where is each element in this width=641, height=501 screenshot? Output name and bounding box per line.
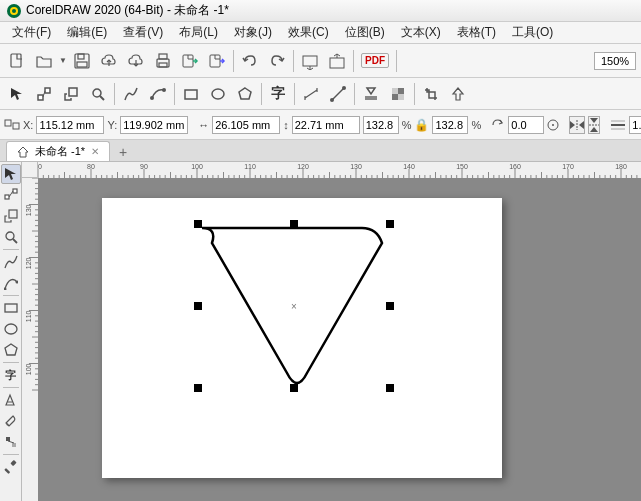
svg-line-22 (100, 96, 104, 100)
select-tool-btn[interactable] (4, 81, 30, 107)
arrange-down-button[interactable] (297, 48, 323, 74)
export-file-button[interactable] (204, 48, 230, 74)
transform-toolbox-btn[interactable] (1, 206, 21, 226)
hammer-toolbox-btn[interactable] (1, 457, 21, 477)
svg-rect-11 (159, 63, 167, 67)
active-tab[interactable]: 未命名 -1* ✕ (6, 141, 110, 161)
main-toolbar: ▼ PDF (0, 44, 641, 78)
sel-handle-tl[interactable] (194, 220, 202, 228)
new-button[interactable] (4, 48, 30, 74)
menu-table[interactable]: 表格(T) (449, 22, 504, 43)
outline-width-input[interactable] (629, 116, 641, 134)
open-button[interactable] (31, 48, 57, 74)
ruler-top (38, 162, 641, 178)
scale-h-input[interactable] (432, 116, 468, 134)
svg-rect-57 (9, 210, 17, 218)
sel-handle-bl[interactable] (194, 384, 202, 392)
ellipse-toolbox-btn[interactable] (1, 319, 21, 339)
transform-tool-btn[interactable] (58, 81, 84, 107)
connector-tool-btn[interactable] (325, 81, 351, 107)
menu-edit[interactable]: 编辑(E) (59, 22, 115, 43)
text-toolbox-btn[interactable]: 字 (1, 365, 21, 385)
width-input[interactable] (212, 116, 280, 134)
arrange-up-button[interactable] (324, 48, 350, 74)
sel-handle-br[interactable] (386, 384, 394, 392)
draw-sep-1 (114, 83, 115, 105)
fill-tool-btn[interactable] (358, 81, 384, 107)
eyedrop-toolbox-btn[interactable] (1, 411, 21, 431)
export-cloud-button[interactable] (123, 48, 149, 74)
menu-effects[interactable]: 效果(C) (280, 22, 337, 43)
pdf-button[interactable]: PDF (357, 48, 393, 74)
menu-view[interactable]: 查看(V) (115, 22, 171, 43)
interactive-toolbox-btn[interactable] (1, 432, 21, 452)
tab-close[interactable]: ✕ (91, 146, 99, 157)
mirror-h-button[interactable] (569, 116, 585, 134)
zoom-tool-btn[interactable] (85, 81, 111, 107)
toolbox-sep-5 (3, 454, 19, 455)
sel-handle-mr[interactable] (386, 302, 394, 310)
x-label: X: (23, 119, 33, 131)
sel-handle-tr[interactable] (386, 220, 394, 228)
svg-rect-18 (45, 88, 50, 93)
save-button[interactable] (69, 48, 95, 74)
add-tab-button[interactable]: + (114, 143, 132, 161)
scale-w-input[interactable] (363, 116, 399, 134)
menu-bitmap[interactable]: 位图(B) (337, 22, 393, 43)
zoom-toolbox-btn[interactable] (1, 227, 21, 247)
open-dropdown[interactable]: ▼ (58, 48, 68, 74)
bezier-tool-btn[interactable] (145, 81, 171, 107)
zoom-input[interactable] (594, 52, 636, 70)
rotate-input[interactable] (508, 116, 544, 134)
canvas-page: × (102, 198, 502, 478)
sel-handle-ml[interactable] (194, 302, 202, 310)
polygon-tool-btn[interactable] (232, 81, 258, 107)
freehand-tool-btn[interactable] (118, 81, 144, 107)
svg-point-2 (12, 9, 16, 13)
svg-rect-54 (5, 195, 9, 199)
home-icon (17, 146, 29, 158)
toolbox-sep-2 (3, 295, 19, 296)
node-tool-btn[interactable] (31, 81, 57, 107)
print-button[interactable] (150, 48, 176, 74)
menu-layout[interactable]: 布局(L) (171, 22, 226, 43)
menu-tools[interactable]: 工具(O) (504, 22, 561, 43)
sel-handle-tc[interactable] (290, 220, 298, 228)
scale-h-percent: % (471, 119, 481, 131)
menu-file[interactable]: 文件(F) (4, 22, 59, 43)
transparency-tool-btn[interactable] (385, 81, 411, 107)
tab-label: 未命名 -1* (35, 144, 85, 159)
undo-button[interactable] (237, 48, 263, 74)
fill-toolbox-btn[interactable] (1, 390, 21, 410)
zoom-out-button[interactable] (593, 48, 637, 74)
canvas-area[interactable]: × (22, 162, 641, 501)
svg-rect-68 (12, 443, 16, 447)
svg-line-31 (332, 88, 344, 100)
obj-size-icon (4, 116, 20, 134)
select-toolbox-btn[interactable] (1, 164, 21, 184)
menu-object[interactable]: 对象(J) (226, 22, 280, 43)
svg-rect-36 (398, 88, 404, 94)
ellipse-tool-btn[interactable] (205, 81, 231, 107)
crop-tool-btn[interactable] (418, 81, 444, 107)
mirror-v-button[interactable] (588, 116, 600, 134)
redo-button[interactable] (264, 48, 290, 74)
freehand-toolbox-btn[interactable] (1, 252, 21, 272)
lock-icon[interactable]: 🔒 (414, 116, 429, 134)
node-toolbox-btn[interactable] (1, 185, 21, 205)
pdf-label: PDF (361, 53, 389, 68)
rect-toolbox-btn[interactable] (1, 298, 21, 318)
import-file-button[interactable] (177, 48, 203, 74)
height-input[interactable] (292, 116, 360, 134)
distort-tool-btn[interactable] (445, 81, 471, 107)
text-tool-btn[interactable]: 字 (265, 81, 291, 107)
polygon-toolbox-btn[interactable] (1, 340, 21, 360)
sel-handle-bc[interactable] (290, 384, 298, 392)
rect-tool-btn[interactable] (178, 81, 204, 107)
y-input[interactable] (120, 116, 188, 134)
bezier-toolbox-btn[interactable] (1, 273, 21, 293)
import-cloud-button[interactable] (96, 48, 122, 74)
x-input[interactable] (36, 116, 104, 134)
menu-text[interactable]: 文本(X) (393, 22, 449, 43)
dimension-tool-btn[interactable] (298, 81, 324, 107)
